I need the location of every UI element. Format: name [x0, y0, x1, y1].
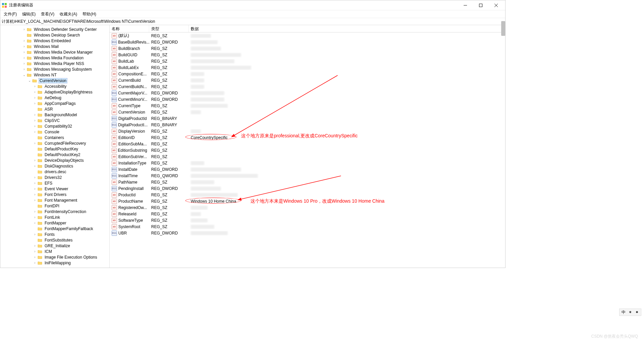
tree-item[interactable]: ›AppCompatFlags [0, 100, 109, 106]
tree-item[interactable]: ›ICM [0, 249, 109, 254]
chevron-icon[interactable]: › [33, 250, 37, 253]
tree-item[interactable]: ›Windows Defender Security Center [0, 26, 109, 32]
tree-item[interactable]: ›Drivers32 [0, 175, 109, 180]
value-row[interactable]: abCurrentBuildN...REG_SZ [110, 83, 505, 90]
value-row[interactable]: abSystemRootREG_SZ [110, 223, 505, 230]
tree-item[interactable]: ›CorruptedFileRecovery [0, 140, 109, 146]
tree-item[interactable]: ›FontMapper [0, 220, 109, 226]
value-row[interactable]: abInstallationTypeREG_SZ [110, 160, 505, 166]
tree-item[interactable]: ›Fonts [0, 231, 109, 237]
value-row[interactable]: abBuildBranchREG_SZ [110, 45, 505, 52]
tree-pane[interactable]: ›Windows Defender Security CenterWindows… [0, 25, 110, 268]
col-header-data[interactable]: 数据 [189, 25, 505, 32]
chevron-icon[interactable]: › [33, 141, 37, 145]
chevron-icon[interactable]: › [33, 84, 37, 88]
tree-item[interactable]: ›FontLink [0, 214, 109, 220]
ime-indicator[interactable]: 中 [621, 310, 626, 315]
tree-item[interactable]: Windows Desktop Search [0, 32, 109, 38]
tray-icon-1[interactable]: ✶ [628, 310, 633, 315]
value-row[interactable]: abRegisteredOw...REG_SZ [110, 204, 505, 211]
chevron-icon[interactable]: › [33, 244, 37, 248]
tree-item[interactable]: ›Windows Messaging Subsystem [0, 66, 109, 72]
tree-item[interactable]: ›Windows Media Device Manager [0, 49, 109, 55]
tree-item[interactable]: ›DiskDiagnostics [0, 163, 109, 169]
chevron-icon[interactable]: › [33, 261, 37, 265]
tree-item[interactable]: ASR [0, 106, 109, 112]
chevron-icon[interactable]: › [33, 130, 37, 134]
chevron-icon[interactable]: › [33, 187, 37, 191]
close-button[interactable] [488, 0, 504, 10]
menu-view[interactable]: 查看(V) [38, 11, 57, 18]
chevron-icon[interactable]: › [22, 45, 26, 48]
tree-item[interactable]: ›Accessibility [0, 83, 109, 89]
tree-item[interactable]: FontMapperFamilyFallback [0, 226, 109, 231]
chevron-icon[interactable]: › [33, 113, 37, 117]
value-row[interactable]: abBuildGUIDREG_SZ [110, 52, 505, 58]
value-row[interactable]: abEditionIDREG_SZCoreCountrySpecific [110, 134, 505, 141]
value-row[interactable]: abCompositionE...REG_SZ [110, 71, 505, 77]
menu-file[interactable]: 文件(F) [1, 11, 19, 18]
value-row[interactable]: 011DigitalProductIdREG_BINARY [110, 115, 505, 122]
value-row[interactable]: abEditionSubMa...REG_SZ [110, 141, 505, 147]
tree-item[interactable]: ›Windows Media Foundation [0, 55, 109, 61]
minimize-button[interactable] [458, 0, 473, 10]
chevron-icon[interactable]: › [33, 215, 37, 219]
chevron-icon[interactable]: › [33, 158, 37, 162]
value-row[interactable]: 011CurrentMinorV...REG_DWORD [110, 96, 505, 102]
scrollbar-thumb[interactable] [501, 21, 505, 36]
maximize-button[interactable] [473, 0, 488, 10]
col-header-name[interactable]: 名称 [110, 25, 149, 32]
tree-item[interactable]: DefaultProductKey [0, 146, 109, 152]
value-row[interactable]: 011InstallTimeREG_QWORD [110, 173, 505, 179]
menu-edit[interactable]: 编辑(E) [19, 11, 38, 18]
tree-item[interactable]: ›DeviceDisplayObjects [0, 157, 109, 163]
value-row[interactable]: abCurrentVersionREG_SZ [110, 109, 505, 115]
chevron-icon[interactable]: › [22, 50, 26, 54]
value-row[interactable]: ab(默认)REG_SZ [110, 32, 505, 39]
menu-favorites[interactable]: 收藏夹(A) [57, 11, 80, 18]
tray-icon-2[interactable]: ✦ [634, 310, 640, 315]
tree-item[interactable]: ›Font Drivers [0, 192, 109, 197]
tree-item[interactable]: ›Console [0, 129, 109, 135]
chevron-icon[interactable]: › [33, 221, 37, 225]
value-row[interactable]: abBuildLabExREG_SZ [110, 64, 505, 71]
chevron-icon[interactable]: › [33, 96, 37, 99]
chevron-icon[interactable]: › [22, 67, 26, 71]
tree-item[interactable]: ›ClipSVC [0, 118, 109, 123]
tree-item[interactable]: ›IniFileMapping [0, 260, 109, 266]
value-row[interactable]: abCurrentTypeREG_SZ [110, 102, 505, 109]
menu-help[interactable]: 帮助(H) [80, 11, 99, 18]
list-pane[interactable]: 名称 类型 数据 ab(默认)REG_SZ011BaseBuildRevis..… [110, 25, 505, 268]
tree-item[interactable]: ›Compatibility32 [0, 123, 109, 129]
value-row[interactable]: 011BaseBuildRevis...REG_DWORD [110, 39, 505, 45]
value-row[interactable]: abReleaseIdREG_SZ [110, 211, 505, 217]
chevron-icon[interactable]: › [33, 164, 37, 168]
tree-item[interactable]: DefaultProductKey2 [0, 152, 109, 157]
chevron-icon[interactable]: › [33, 119, 37, 122]
tree-item[interactable]: FontSubstitutes [0, 237, 109, 243]
tree-item[interactable]: drivers.desc [0, 169, 109, 175]
col-header-type[interactable]: 类型 [149, 25, 189, 32]
value-row[interactable]: 011PendingInstallREG_DWORD [110, 185, 505, 192]
chevron-icon[interactable]: › [33, 193, 37, 196]
chevron-icon[interactable]: › [33, 232, 37, 236]
address-bar[interactable]: 计算机\HKEY_LOCAL_MACHINE\SOFTWARE\Microsof… [0, 18, 505, 25]
chevron-icon[interactable]: › [33, 90, 37, 94]
value-row[interactable]: abEditionSubstringREG_SZ [110, 147, 505, 153]
chevron-icon[interactable]: › [33, 198, 37, 202]
value-row[interactable]: abDisplayVersionREG_SZ [110, 128, 505, 134]
chevron-icon[interactable]: › [33, 124, 37, 128]
tree-item[interactable]: ›GRE_Initialize [0, 243, 109, 249]
tree-item[interactable]: ›AeDebug [0, 95, 109, 100]
chevron-icon[interactable]: › [22, 39, 26, 43]
chevron-icon[interactable]: ⌄ [27, 79, 32, 82]
value-row[interactable]: abPathNameREG_SZ [110, 179, 505, 185]
chevron-icon[interactable]: › [33, 181, 37, 185]
tree-item[interactable]: ›Windows Media Player NSS [0, 61, 109, 66]
tree-item[interactable]: ›Image File Execution Options [0, 254, 109, 260]
tree-item[interactable]: ›Windows Mail [0, 44, 109, 49]
value-row[interactable]: 011DigitalProductI...REG_BINARY [110, 122, 505, 128]
tree-item[interactable]: Containers [0, 135, 109, 140]
tree-item[interactable]: FontDPI [0, 203, 109, 209]
value-row[interactable]: abSoftwareTypeREG_SZ [110, 217, 505, 223]
